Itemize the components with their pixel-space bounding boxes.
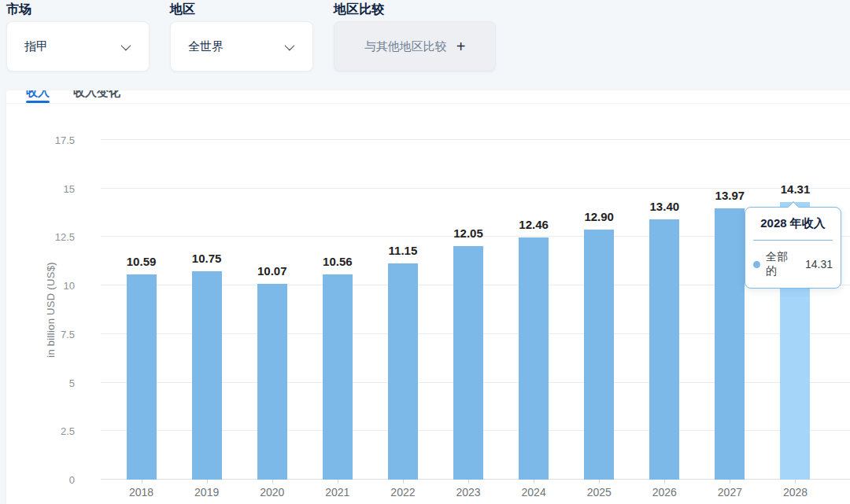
x-axis-cell: 2026 [632,480,697,504]
bar-chart: 02.557.51012.51517.5 in billion USD (US$… [6,140,850,504]
bar-2025[interactable] [584,230,614,480]
bar-value-label: 13.40 [650,200,680,213]
x-axis-labels: 2018201920202021202220232024202520262027… [109,480,828,504]
x-tick-mark [403,480,404,484]
bar-2021[interactable] [323,274,353,480]
x-tick-label: 2022 [390,486,415,498]
y-tick-label: 2.5 [61,425,75,437]
tooltip-series-row: 全部的 14.31 [753,250,833,278]
tab-revenue-label: 收入 [26,90,50,100]
y-tick-label: 7.5 [61,328,75,340]
tooltip-title: 2028 年收入 [753,216,833,241]
filter-group-market: 市场 指甲 [6,2,150,72]
filter-bar: 市场 指甲 地区 全世界 地区比较 与其他地区比较 + [6,2,496,72]
chevron-down-icon [121,40,131,50]
y-tick-label: 0 [69,474,75,486]
x-tick-label: 2021 [325,486,349,498]
bar-2027[interactable] [715,208,745,480]
y-tick-label: 12.5 [55,231,75,243]
series-dot-icon [753,261,760,268]
bar-column: 13.97 [697,140,763,480]
y-tick-label: 15 [64,182,75,194]
x-tick-label: 2026 [652,486,677,498]
chevron-down-icon [285,40,295,50]
bar-2024[interactable] [519,237,549,480]
x-tick-mark [599,480,600,484]
filter-group-region-compare: 地区比较 与其他地区比较 + [334,2,496,72]
x-axis-cell: 2027 [697,480,763,504]
x-tick-label: 2028 [783,486,808,498]
bar-2018[interactable] [127,274,157,480]
bar-2022[interactable] [388,263,418,480]
x-tick-label: 2024 [522,486,546,498]
plus-icon: + [456,39,466,54]
y-tick-label: 5 [69,377,75,388]
bar-value-label: 14.31 [781,182,811,196]
bar-2023[interactable] [453,246,483,480]
region-select[interactable]: 全世界 [170,21,313,72]
region-select-value: 全世界 [188,39,224,54]
x-axis-cell: 2025 [567,480,632,504]
bar-value-label: 10.59 [127,255,157,268]
plot-area: 10.5910.7510.0710.5611.1512.0512.4612.90… [101,140,850,480]
y-tick-label: 17.5 [55,134,75,146]
bar-column: 12.05 [435,140,501,480]
compare-regions-button-label: 与其他地区比较 [364,39,447,54]
chart-tooltip: 2028 年收入 全部的 14.31 [745,207,841,289]
x-axis-cell: 2024 [501,480,567,504]
bar-column: 12.90 [567,140,632,480]
active-tab-underline [26,101,50,103]
y-tick-label: 10 [64,280,75,292]
region-filter-label: 地区 [170,2,313,17]
x-tick-label: 2023 [456,486,480,498]
x-tick-label: 2019 [194,486,219,498]
x-axis-cell: 2018 [109,480,174,504]
bar-column: 12.46 [501,140,567,480]
bar-value-label: 10.56 [323,255,353,268]
tab-revenue-change[interactable]: 收入变化 [73,90,120,103]
bar-value-label: 12.46 [519,218,549,231]
tab-revenue[interactable]: 收入 [26,90,50,103]
x-tick-label: 2020 [260,486,284,498]
region-compare-label: 地区比较 [334,2,496,17]
bar-column: 10.75 [174,140,239,480]
bar-value-label: 13.97 [715,189,745,202]
chart-card: 收入 收入变化 02.557.51012.51517.5 in billion … [6,90,850,504]
compare-regions-button[interactable]: 与其他地区比较 + [334,21,496,72]
bar-2019[interactable] [192,271,222,480]
bar-column: 10.07 [239,140,305,480]
bar-columns: 10.5910.7510.0710.5611.1512.0512.4612.90… [109,140,828,480]
bar-value-label: 12.05 [453,226,483,240]
market-filter-label: 市场 [6,2,150,17]
y-axis-title: in billion USD (US$) [45,262,57,358]
x-axis-cell: 2028 [763,480,828,504]
bar-value-label: 12.90 [584,210,614,223]
x-tick-mark [207,480,208,484]
bar-value-label: 11.15 [389,244,418,257]
x-axis-cell: 2023 [435,480,501,504]
bar-2026[interactable] [649,219,679,480]
x-tick-label: 2018 [129,486,153,498]
x-tick-mark [142,480,142,484]
filter-group-region: 地区 全世界 [170,2,313,72]
bar-column: 11.15 [370,140,435,480]
tooltip-series-value: 14.31 [805,258,833,270]
bar-column: 10.56 [305,140,370,480]
market-select-value: 指甲 [24,39,48,54]
x-axis-cell: 2021 [305,480,370,504]
tooltip-series-label: 全部的 [766,250,797,278]
bar-column: 13.40 [632,140,697,480]
bar-2020[interactable] [257,284,287,480]
x-tick-label: 2027 [718,486,742,498]
tab-bar: 收入 收入变化 [6,90,850,104]
market-select[interactable]: 指甲 [6,21,150,72]
x-tick-mark [795,480,796,484]
x-tick-mark [664,480,665,484]
x-tick-mark [338,480,338,484]
x-tick-mark [730,480,730,484]
x-axis-cell: 2022 [370,480,435,504]
tab-revenue-change-label: 收入变化 [73,90,120,100]
x-tick-mark [272,480,273,484]
bar-value-label: 10.07 [257,264,287,278]
x-tick-mark [468,480,469,484]
